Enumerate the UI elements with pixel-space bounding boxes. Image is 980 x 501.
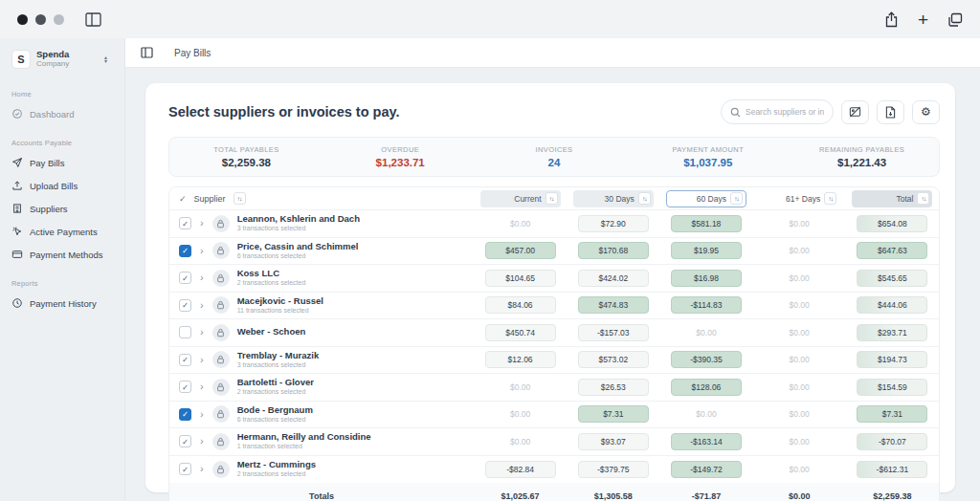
row-checkbox[interactable]: ✓ — [179, 463, 191, 475]
sidebar-item-suppliers[interactable]: Suppliers — [0, 197, 124, 220]
supplier-row-bode-bergnaum: ✓›Bode - Bergnaum6 transactions selected… — [169, 402, 939, 429]
lock-icon — [216, 219, 225, 229]
amount-pill[interactable]: $84.06 — [485, 296, 556, 314]
amount-pill[interactable]: $647.63 — [857, 242, 927, 259]
amount-pill[interactable]: -$612.31 — [857, 461, 927, 478]
row-checkbox[interactable]: ✓ — [179, 354, 191, 366]
amount-pill[interactable]: $72.90 — [578, 215, 649, 232]
gear-icon: ⚙ — [921, 106, 931, 118]
totals-value: $1,025.67 — [474, 491, 567, 501]
tab-overview-icon[interactable] — [947, 12, 963, 27]
column-header-current[interactable]: Current↑↓ — [480, 190, 561, 207]
sidebar-item-dashboard[interactable]: Dashboard — [0, 102, 124, 125]
amount-pill[interactable]: -$70.07 — [857, 433, 927, 450]
stat-label: INVOICES — [478, 145, 632, 154]
select-all-checkbox[interactable]: ✓ — [179, 194, 187, 204]
amount-pill[interactable]: $450.74 — [485, 324, 556, 341]
row-checkbox[interactable] — [179, 326, 191, 338]
sidebar-item-payment-methods[interactable]: Payment Methods — [0, 243, 124, 266]
row-checkbox[interactable]: ✓ — [179, 299, 191, 312]
expand-chevron-icon[interactable]: › — [199, 327, 205, 338]
amount-pill[interactable]: $573.02 — [578, 351, 649, 368]
company-selector[interactable]: S Spenda Company ▴▾ — [0, 44, 124, 78]
column-header-30-days[interactable]: 30 Days↑↓ — [573, 190, 654, 207]
column-header-total[interactable]: Total↑↓ — [852, 190, 932, 207]
amount-pill[interactable]: -$114.83 — [671, 296, 742, 314]
row-checkbox[interactable]: ✓ — [179, 408, 191, 421]
sort-icon[interactable]: ↑↓ — [546, 192, 558, 205]
collapse-sidebar-icon[interactable] — [141, 47, 153, 58]
sort-icon[interactable]: ↑↓ — [824, 192, 836, 205]
sidebar-toggle-icon[interactable] — [85, 12, 101, 27]
sidebar-item-pay-bills[interactable]: Pay Bills — [0, 151, 124, 174]
expand-chevron-icon[interactable]: › — [199, 355, 205, 365]
column-header-60-days[interactable]: 60 Days↑↓ — [666, 190, 746, 207]
amount-pill[interactable]: -$379.75 — [578, 461, 649, 478]
expand-chevron-icon[interactable]: › — [199, 218, 205, 229]
amount-pill[interactable]: -$390.35 — [671, 351, 742, 368]
amount-pill[interactable]: $16.98 — [671, 270, 742, 287]
sidebar-item-upload-bills[interactable]: Upload Bills — [0, 174, 124, 197]
expand-chevron-icon[interactable]: › — [199, 381, 205, 392]
amount-pill[interactable]: $12.06 — [485, 351, 556, 368]
totals-value: -$71.87 — [659, 491, 752, 501]
amount-pill[interactable]: -$163.14 — [671, 433, 742, 450]
window-dot-close[interactable] — [17, 14, 28, 25]
window-dot-minimize[interactable] — [35, 14, 46, 25]
amount-pill[interactable]: $26.53 — [578, 379, 649, 396]
amount-pill[interactable]: $444.06 — [857, 296, 927, 314]
amount-pill[interactable]: $104.65 — [485, 270, 556, 287]
chevron-updown-icon[interactable]: ▴▾ — [104, 55, 107, 64]
settings-button[interactable]: ⚙ — [912, 100, 940, 124]
amount-pill[interactable]: $424.02 — [578, 270, 649, 287]
document-button[interactable] — [877, 100, 904, 124]
sort-supplier-icon[interactable]: ↑↓ — [234, 192, 246, 205]
row-checkbox[interactable]: ✓ — [179, 245, 191, 257]
expand-chevron-icon[interactable]: › — [199, 272, 205, 283]
column-header-61-days[interactable]: 61+ Days↑↓ — [759, 190, 839, 207]
amount-pill[interactable]: $457.00 — [485, 242, 556, 259]
sort-icon[interactable]: ↑↓ — [917, 192, 929, 205]
expand-chevron-icon[interactable]: › — [199, 300, 205, 311]
amount-pill[interactable]: $93.07 — [578, 433, 649, 450]
amount-pill[interactable]: $7.31 — [857, 405, 927, 423]
payment-methods-icon — [11, 249, 23, 260]
amount-pill[interactable]: $581.18 — [671, 215, 742, 232]
sort-icon[interactable]: ↑↓ — [638, 192, 651, 205]
amount-pill[interactable]: -$82.84 — [485, 461, 556, 478]
active-payments-icon — [11, 226, 23, 237]
amount-pill[interactable]: $474.83 — [578, 296, 649, 314]
amount-pill[interactable]: $194.73 — [857, 351, 927, 368]
amount-pill[interactable]: -$157.03 — [578, 324, 649, 341]
search-box[interactable] — [721, 99, 834, 124]
sidebar-item-payment-history[interactable]: Payment History — [0, 292, 124, 315]
row-checkbox[interactable]: ✓ — [179, 217, 191, 229]
sort-icon[interactable]: ↑↓ — [730, 192, 743, 205]
new-tab-icon[interactable]: + — [918, 11, 928, 29]
lock-icon — [216, 409, 225, 419]
amount-pill[interactable]: $545.65 — [857, 270, 927, 287]
amount-pill[interactable]: $7.31 — [578, 405, 649, 423]
amount-pill[interactable]: $293.71 — [857, 324, 927, 341]
lock-icon — [216, 300, 225, 310]
amount-pill[interactable]: -$149.72 — [671, 461, 742, 478]
image-off-button[interactable] — [841, 100, 869, 124]
row-checkbox[interactable]: ✓ — [179, 435, 191, 447]
amount-value: $0.00 — [510, 409, 530, 419]
amount-pill[interactable]: $170.68 — [578, 242, 649, 259]
expand-chevron-icon[interactable]: › — [199, 464, 205, 474]
supplier-row-bartoletti-glover: ✓›Bartoletti - Glover2 transactions sele… — [169, 374, 939, 402]
row-checkbox[interactable]: ✓ — [179, 272, 191, 284]
expand-chevron-icon[interactable]: › — [199, 246, 205, 256]
amount-pill[interactable]: $128.06 — [671, 379, 742, 396]
expand-chevron-icon[interactable]: › — [199, 409, 205, 420]
window-dot-maximize[interactable] — [54, 14, 64, 25]
amount-pill[interactable]: $19.95 — [671, 242, 742, 259]
amount-pill[interactable]: $154.59 — [857, 379, 927, 396]
sidebar-item-active-payments[interactable]: Active Payments — [0, 220, 124, 243]
amount-pill[interactable]: $654.08 — [857, 215, 927, 232]
row-checkbox[interactable]: ✓ — [179, 381, 191, 393]
share-icon[interactable] — [884, 11, 899, 28]
search-input[interactable] — [746, 107, 824, 117]
expand-chevron-icon[interactable]: › — [199, 436, 205, 447]
